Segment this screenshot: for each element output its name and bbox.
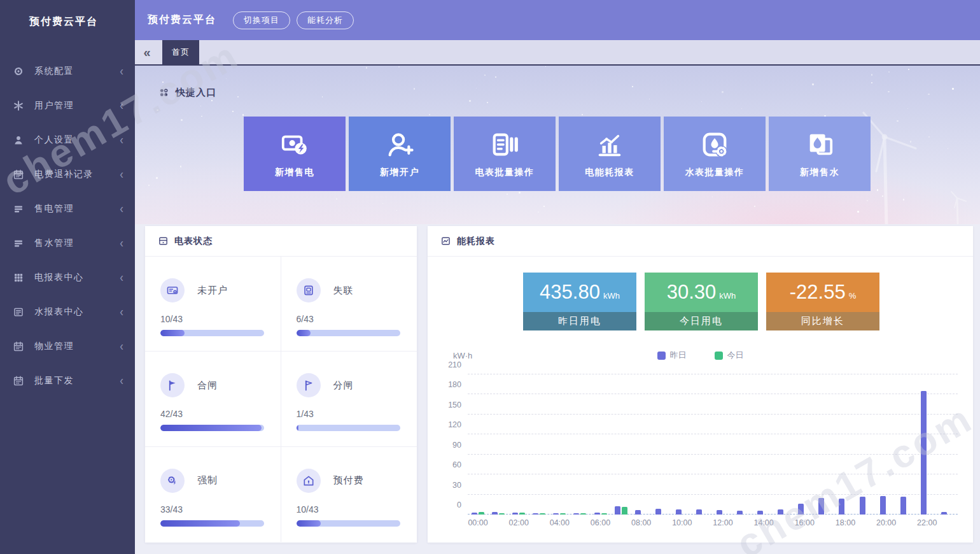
- sidebar-item-售电管理[interactable]: 售电管理‹: [0, 192, 135, 226]
- meter-book-icon: [490, 130, 519, 159]
- status-label: 未开户: [197, 285, 228, 297]
- collapse-tabs-icon[interactable]: «: [135, 40, 159, 64]
- sidebar-item-label: 系统配置: [34, 66, 120, 77]
- header-title: 预付费云平台: [148, 13, 216, 27]
- status-label: 分闸: [333, 380, 354, 392]
- chevron-left-icon: ‹: [120, 236, 123, 251]
- sidebar-item-系统配置[interactable]: 系统配置‹: [0, 54, 135, 89]
- energy-report-header: 能耗报表: [428, 226, 973, 257]
- quick-button-电表批量操作[interactable]: 电表批量操作: [454, 117, 556, 191]
- sidebar-item-个人设置[interactable]: 个人设置‹: [0, 123, 135, 157]
- chart-x-tick-label: 08:00: [631, 518, 652, 527]
- wind-turbine-graphic: [946, 190, 969, 224]
- star-dot: [582, 114, 583, 115]
- star-dot: [162, 82, 164, 83]
- status-progress-track: [160, 330, 264, 336]
- status-cell-top: 失联: [297, 278, 401, 302]
- star-dot: [157, 110, 158, 111]
- flag-icon: [166, 379, 179, 392]
- stat-card-同比增长: -22.55%同比增长: [766, 273, 879, 330]
- status-cell-预付费: 预付费10/43: [281, 447, 417, 542]
- bar-group-01:00: [488, 374, 508, 515]
- status-cell-top: 未开户: [160, 278, 264, 302]
- grid-icon: [13, 272, 24, 283]
- chart-x-tick-label: 04:00: [549, 518, 570, 527]
- sidebar-item-批量下发[interactable]: 批量下发‹: [0, 364, 135, 398]
- water-gear-icon: [700, 130, 729, 159]
- star-dot: [336, 198, 337, 199]
- chart-bar-昨日: [839, 499, 844, 515]
- chevron-left-icon: ‹: [120, 271, 123, 285]
- star-dot: [242, 114, 244, 115]
- sidebar-item-售水管理[interactable]: 售水管理‹: [0, 226, 135, 260]
- header-button-能耗分析[interactable]: 能耗分析: [297, 11, 354, 29]
- stat-card-main: 435.80kWh: [523, 273, 636, 312]
- chart-bar-昨日: [941, 512, 947, 515]
- bar-group-17:00: [815, 374, 835, 515]
- sidebar-item-label: 售电管理: [34, 203, 120, 215]
- status-progress-track: [160, 425, 264, 431]
- quick-button-label: 电能耗报表: [585, 167, 634, 178]
- star-dot: [181, 119, 183, 121]
- app-window: 预付费云平台 系统配置‹用户管理‹个人设置‹电费退补记录‹售电管理‹售水管理‹电…: [0, 0, 980, 554]
- tab-bar: « 首页: [135, 40, 980, 66]
- quick-button-新增售电[interactable]: 新增售电: [244, 117, 346, 191]
- header-buttons: 切换项目能耗分析: [233, 11, 354, 29]
- chart-y-tick-label: 210: [440, 360, 461, 369]
- chart-bar-今日: [622, 507, 627, 515]
- star-dot: [414, 88, 416, 90]
- chart-bars: [468, 374, 958, 515]
- header-button-切换项目[interactable]: 切换项目: [233, 11, 290, 29]
- sidebar-item-物业管理[interactable]: 物业管理‹: [0, 329, 135, 364]
- star-dot: [907, 108, 908, 109]
- legend-item-今日[interactable]: 今日: [715, 350, 744, 361]
- bar-group-06:00: [590, 374, 610, 515]
- star-dot: [812, 83, 814, 85]
- stat-cards: 435.80kWh昨日用电30.30kWh今日用电-22.55%同比增长: [523, 273, 879, 330]
- status-icon-circle: [160, 278, 185, 302]
- quick-button-新增开户[interactable]: 新增开户: [349, 117, 451, 191]
- quick-button-水表批量操作[interactable]: 水表批量操作: [664, 117, 766, 191]
- sidebar-menu: 系统配置‹用户管理‹个人设置‹电费退补记录‹售电管理‹售水管理‹电报表中心‹水报…: [0, 54, 135, 398]
- chart-bar-今日: [560, 513, 566, 515]
- star-dot: [754, 206, 755, 207]
- star-dot: [632, 86, 633, 87]
- chart-x-tick-label: [897, 518, 917, 527]
- tab-home[interactable]: 首页: [162, 40, 199, 64]
- calendar-icon: [13, 375, 24, 387]
- sidebar-item-用户管理[interactable]: 用户管理‹: [0, 89, 135, 123]
- sidebar-item-电费退补记录[interactable]: 电费退补记录‹: [0, 157, 135, 192]
- chart-x-tick-label: 10:00: [672, 518, 692, 527]
- legend-item-昨日[interactable]: 昨日: [657, 350, 687, 361]
- chart-bar-今日: [499, 513, 505, 515]
- bar-group-08:00: [631, 374, 652, 515]
- calendar-icon: [13, 341, 24, 352]
- chevron-left-icon: ‹: [120, 167, 123, 182]
- status-count: 42/43: [160, 409, 264, 419]
- star-dot: [476, 88, 477, 89]
- status-cell-分闸: 分闸1/43: [281, 352, 417, 446]
- star-dot: [201, 116, 202, 117]
- star-dot: [888, 71, 890, 73]
- quick-button-新增售水[interactable]: 新增售水: [769, 117, 871, 191]
- chart-legend: 昨日今日: [428, 350, 973, 361]
- chevron-left-icon: ‹: [120, 339, 123, 354]
- chart-x-tick-label: [652, 518, 672, 527]
- star-dot: [897, 120, 899, 122]
- sidebar-item-水报表中心[interactable]: 水报表中心‹: [0, 295, 135, 329]
- chart-bar-昨日: [778, 509, 783, 515]
- chart-bar-昨日: [573, 513, 579, 515]
- bar-group-18:00: [835, 374, 855, 515]
- chart-bar-昨日: [512, 513, 518, 515]
- quick-button-电能耗报表[interactable]: 电能耗报表: [559, 117, 661, 191]
- sidebar-item-电报表中心[interactable]: 电报表中心‹: [0, 260, 135, 295]
- chart-y-tick-label: 90: [440, 441, 461, 450]
- stat-card-label: 昨日用电: [523, 312, 636, 330]
- star-dot: [495, 76, 496, 78]
- chart-bar-昨日: [594, 513, 600, 515]
- meter-status-grid: 未开户10/43失联6/43合闸42/43分闸1/43强制33/43预付费10/…: [145, 257, 417, 542]
- status-cell-强制: 强制33/43: [145, 447, 281, 542]
- chart-x-tick-label: [570, 518, 590, 527]
- star-dot: [857, 211, 859, 213]
- star-dot: [156, 177, 158, 179]
